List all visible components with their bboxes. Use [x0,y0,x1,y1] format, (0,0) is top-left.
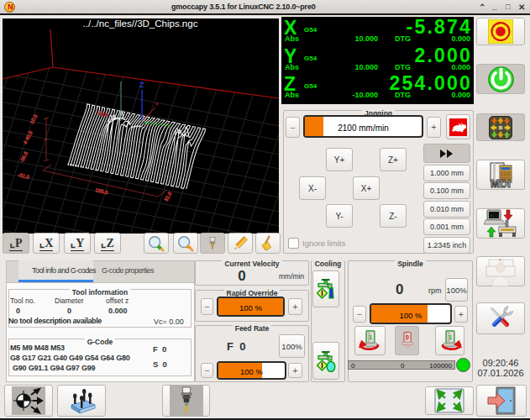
svg-text:x: x [155,101,159,107]
svg-text:1: 1 [368,333,372,341]
svg-text:>_: >_ [491,213,495,218]
svg-text:../../nc_files//3D_Chips.ngc: ../../nc_files//3D_Chips.ngc [83,18,198,29]
svg-text:0: 0 [406,334,409,340]
svg-text:Y: Y [167,123,171,129]
svg-text:MDI: MDI [491,177,511,189]
svg-text:Z: Z [139,81,144,89]
svg-text:1: 1 [448,333,452,341]
